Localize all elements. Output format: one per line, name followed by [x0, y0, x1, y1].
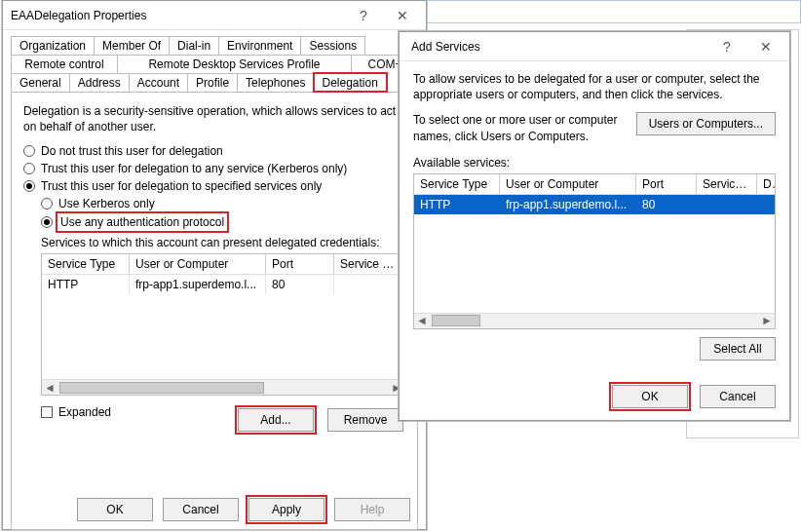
remove-button[interactable]: Remove — [327, 408, 403, 432]
services-subhead: Services to which this account can prese… — [41, 236, 405, 249]
tab-delegation[interactable]: Delegation — [314, 73, 387, 92]
radio-specified[interactable]: Trust this user for delegation to specif… — [23, 179, 405, 193]
table-row[interactable]: HTTP frp-app1.superdemo.l... 80 — [42, 275, 404, 294]
services-table[interactable]: Service Type User or Computer Port Servi… — [41, 253, 405, 396]
delegation-description: Delegation is a security-sensitive opera… — [23, 104, 405, 134]
help-icon[interactable]: ? — [344, 1, 383, 30]
radio-icon — [41, 216, 53, 228]
col-service-type[interactable]: Service Type — [414, 174, 500, 194]
tab-general[interactable]: General — [11, 73, 70, 92]
select-all-button[interactable]: Select All — [700, 337, 776, 361]
col-service-name[interactable]: Service N... — [334, 254, 404, 274]
apply-button[interactable]: Apply — [248, 498, 324, 521]
col-user-computer[interactable]: User or Computer — [500, 174, 636, 194]
radio-no-trust[interactable]: Do not trust this user for delegation — [23, 144, 405, 158]
window-title: EAADelegation Properties — [11, 1, 344, 30]
scroll-thumb[interactable] — [59, 382, 264, 394]
radio-label: Use Kerberos only — [58, 197, 155, 210]
titlebar: EAADelegation Properties ? ✕ — [3, 1, 426, 30]
cancel-button[interactable]: Cancel — [700, 385, 776, 408]
tab-profile[interactable]: Profile — [187, 73, 238, 92]
tab-environment[interactable]: Environment — [218, 36, 301, 55]
radio-label: Use any authentication protocol — [58, 214, 226, 230]
add-button[interactable]: Add... — [238, 408, 314, 432]
col-user-computer[interactable]: User or Computer — [130, 254, 266, 274]
col-port[interactable]: Port — [266, 254, 334, 274]
radio-any-service[interactable]: Trust this user for delegation to any se… — [23, 162, 405, 175]
col-service-type[interactable]: Service Type — [42, 254, 130, 274]
scroll-left-icon[interactable]: ◄ — [42, 380, 57, 396]
cancel-button[interactable]: Cancel — [163, 498, 239, 521]
background-window-strip — [427, 0, 801, 23]
tab-dial-in[interactable]: Dial-in — [169, 36, 219, 55]
available-label: Available services: — [413, 156, 776, 170]
ok-button[interactable]: OK — [612, 385, 688, 408]
available-services-table[interactable]: Service Type User or Computer Port Servi… — [413, 173, 776, 329]
checkbox-label: Expanded — [58, 405, 111, 419]
tab-strip: Organization Member Of Dial-in Environme… — [11, 36, 418, 92]
tab-remote-control[interactable]: Remote control — [11, 55, 118, 73]
add-services-dialog: Add Services ? ✕ To allow services to be… — [399, 31, 790, 421]
col-service-name[interactable]: Service Name — [697, 174, 757, 194]
users-computers-instr: To select one or more user or computer n… — [413, 112, 629, 143]
scroll-thumb[interactable] — [432, 315, 480, 326]
radio-label: Trust this user for delegation to specif… — [41, 179, 322, 193]
checkbox-icon — [41, 406, 53, 418]
tab-organization[interactable]: Organization — [11, 36, 95, 55]
delegation-tab-body: Delegation is a security-sensitive opera… — [11, 92, 418, 530]
tab-rds-profile[interactable]: Remote Desktop Services Profile — [117, 55, 352, 73]
col-d[interactable]: D — [757, 174, 775, 194]
radio-label: Trust this user for delegation to any se… — [41, 162, 347, 175]
instructions: To allow services to be delegated for a … — [413, 71, 776, 102]
window-title: Add Services — [411, 32, 707, 61]
table-row[interactable]: HTTP frp-app1.superdemo.l... 80 — [414, 195, 775, 214]
radio-any-auth[interactable]: Use any authentication protocol — [41, 214, 405, 230]
users-computers-button[interactable]: Users or Computers... — [636, 112, 776, 135]
radio-icon — [23, 163, 35, 174]
horizontal-scrollbar[interactable]: ◄ ► — [42, 379, 404, 395]
services-header: Service Type User or Computer Port Servi… — [42, 254, 404, 275]
radio-icon — [41, 198, 53, 209]
dialog-footer: OK Cancel Apply Help — [3, 498, 426, 521]
horizontal-scrollbar[interactable]: ◄ ► — [414, 313, 775, 328]
properties-dialog: EAADelegation Properties ? ✕ Organizatio… — [2, 0, 427, 530]
scroll-left-icon[interactable]: ◄ — [414, 313, 430, 328]
titlebar: Add Services ? ✕ — [400, 32, 789, 61]
close-icon[interactable]: ✕ — [746, 32, 785, 61]
radio-icon — [23, 145, 35, 157]
tab-address[interactable]: Address — [69, 73, 130, 92]
help-button[interactable]: Help — [334, 498, 410, 521]
services-header: Service Type User or Computer Port Servi… — [414, 174, 775, 195]
col-port[interactable]: Port — [636, 174, 697, 194]
radio-label: Do not trust this user for delegation — [41, 144, 223, 158]
tab-account[interactable]: Account — [129, 73, 188, 92]
radio-kerberos-only[interactable]: Use Kerberos only — [41, 197, 405, 210]
scroll-right-icon[interactable]: ► — [759, 313, 775, 328]
tab-sessions[interactable]: Sessions — [300, 36, 365, 55]
ok-button[interactable]: OK — [77, 498, 153, 521]
radio-icon — [23, 180, 35, 192]
close-icon[interactable]: ✕ — [383, 1, 422, 30]
dialog-footer: OK Cancel — [400, 385, 789, 420]
tab-member-of[interactable]: Member Of — [94, 36, 170, 55]
tab-telephones[interactable]: Telephones — [237, 73, 314, 92]
help-icon[interactable]: ? — [707, 32, 746, 61]
